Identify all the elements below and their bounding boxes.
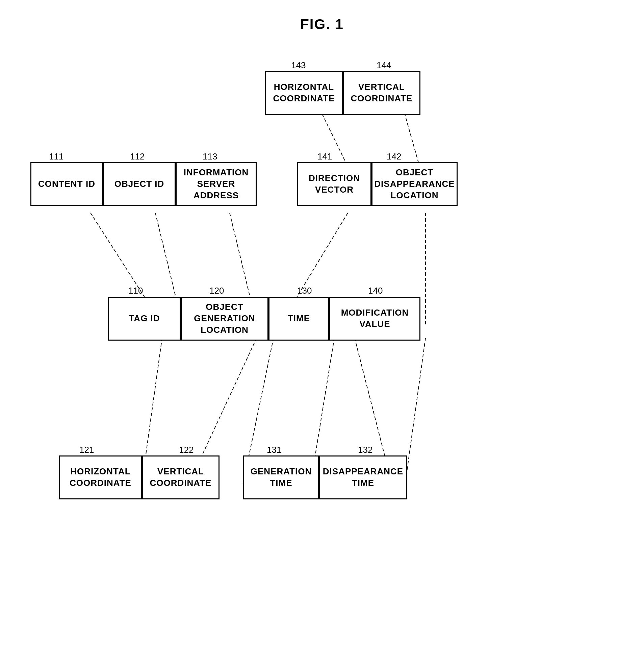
- label-122: 122: [179, 445, 194, 455]
- label-113: 113: [203, 151, 217, 162]
- label-142: 142: [387, 151, 401, 162]
- box-time: TIME: [268, 297, 329, 341]
- box-vertical-coordinate-top: VERTICALCOORDINATE: [343, 71, 420, 115]
- label-132: 132: [358, 445, 373, 455]
- label-111: 111: [49, 151, 64, 162]
- label-120: 120: [209, 286, 224, 296]
- figure-title: FIG. 1: [300, 16, 344, 32]
- label-110: 110: [128, 286, 143, 296]
- box-object-disappearance-location: OBJECTDISAPPEARANCELOCATION: [371, 162, 458, 206]
- box-content-id: CONTENT ID: [30, 162, 103, 206]
- label-130: 130: [297, 286, 312, 296]
- box-generation-time: GENERATIONTIME: [243, 455, 319, 500]
- svg-line-12: [405, 338, 426, 483]
- box-object-generation-location: OBJECTGENERATIONLOCATION: [181, 297, 268, 341]
- label-121: 121: [79, 445, 94, 455]
- box-object-id: OBJECT ID: [103, 162, 176, 206]
- box-info-server-address: INFORMATIONSERVERADDRESS: [176, 162, 257, 206]
- box-direction-vector: DIRECTIONVECTOR: [297, 162, 371, 206]
- label-144: 144: [377, 60, 391, 71]
- label-143: 143: [291, 60, 306, 71]
- box-tag-id: TAG ID: [108, 297, 181, 341]
- label-141: 141: [317, 151, 332, 162]
- box-horizontal-coordinate-bottom: HORIZONTALCOORDINATE: [59, 455, 142, 500]
- box-disappearance-time: DISAPPEARANCETIME: [319, 455, 407, 500]
- box-horizontal-coordinate-top: HORIZONTALCOORDINATE: [265, 71, 343, 115]
- box-modification-value: MODIFICATIONVALUE: [329, 297, 420, 341]
- label-131: 131: [267, 445, 281, 455]
- label-112: 112: [130, 151, 145, 162]
- box-vertical-coordinate-bottom: VERTICALCOORDINATE: [142, 455, 219, 500]
- label-140: 140: [368, 286, 383, 296]
